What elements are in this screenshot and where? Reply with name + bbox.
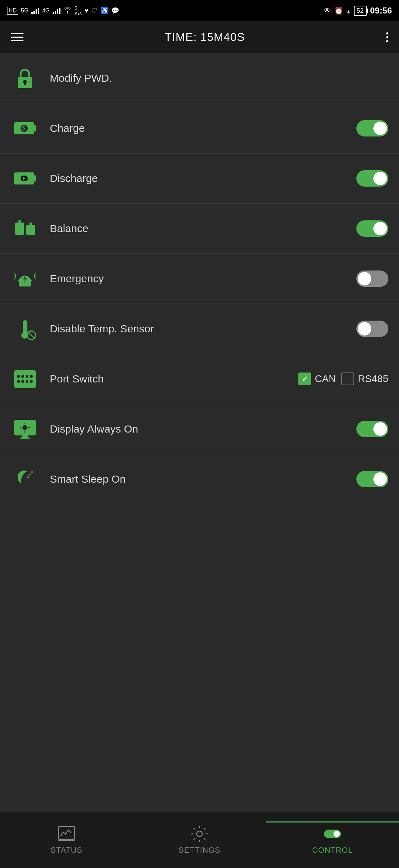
svg-point-22: [17, 375, 20, 378]
discharge-toggle[interactable]: [356, 170, 388, 187]
heart-icon: ♥: [85, 7, 89, 15]
app-bar-title: TIME: 15M40S: [165, 31, 245, 44]
svg-point-23: [21, 375, 24, 378]
4g-indicator: 4G: [42, 7, 49, 14]
balance-control: [356, 220, 388, 237]
svg-rect-32: [20, 438, 30, 439]
menu-item-modify-pwd[interactable]: Modify PWD.: [0, 53, 399, 103]
more-options-button[interactable]: [386, 32, 388, 42]
svg-point-24: [26, 375, 28, 378]
5g-indicator: 5G: [21, 7, 28, 14]
charge-toggle[interactable]: [356, 120, 388, 136]
svg-rect-14: [18, 220, 21, 223]
svg-text:z: z: [29, 472, 31, 476]
hamburger-menu-button[interactable]: [11, 33, 23, 41]
emergency-control: [356, 270, 388, 287]
wifi-icon: [63, 6, 72, 15]
modify-pwd-label: Modify PWD.: [50, 72, 388, 84]
hd-indicator: HD: [7, 7, 18, 15]
smart-sleep-on-label: Smart Sleep On: [50, 473, 356, 485]
menu-item-smart-sleep-on: z z z Smart Sleep On: [0, 454, 399, 504]
rs485-checkbox[interactable]: [341, 373, 354, 385]
data-speed: 0K/s: [75, 5, 82, 16]
port-switch-icon: [11, 365, 39, 393]
nav-item-control[interactable]: CONTROL: [266, 821, 399, 858]
settings-nav-label: SETTINGS: [179, 846, 220, 855]
temp-sensor-icon: [11, 315, 39, 343]
menu-item-emergency: Emergency: [0, 254, 399, 304]
emergency-label: Emergency: [50, 273, 356, 285]
port-switch-control: CAN RS485: [298, 373, 388, 385]
menu-list: Modify PWD. ⟳ $ Charge: [0, 53, 399, 504]
svg-rect-5: [34, 125, 36, 132]
smart-sleep-on-control: [356, 471, 388, 487]
charge-control: [356, 120, 388, 136]
can-checkbox[interactable]: [298, 373, 311, 385]
menu-item-balance: Balance: [0, 204, 399, 254]
svg-line-20: [28, 332, 34, 338]
svg-rect-3: [24, 82, 26, 85]
status-nav-label: STATUS: [50, 846, 83, 855]
svg-point-26: [17, 380, 20, 383]
nav-item-status[interactable]: STATUS: [0, 821, 133, 858]
display-always-on-control: [356, 421, 388, 437]
svg-point-25: [30, 375, 33, 378]
svg-point-45: [334, 830, 340, 837]
charge-icon: ⟳ $: [11, 114, 39, 143]
menu-item-display-always-on: Display Always On: [0, 404, 399, 454]
display-icon: [11, 415, 39, 443]
lock-icon: [11, 64, 39, 92]
menu-item-port-switch: Port Switch CAN RS485: [0, 354, 399, 404]
smart-sleep-on-toggle[interactable]: [356, 471, 388, 487]
discharge-label: Discharge: [50, 172, 356, 184]
menu-item-discharge: Discharge: [0, 154, 399, 204]
can-label: CAN: [315, 373, 336, 385]
disable-temp-sensor-control: [356, 321, 388, 337]
can-checkbox-item: CAN: [298, 373, 336, 385]
signal-bars: [31, 7, 39, 14]
status-bar-left: HD 5G 4G 0K/s ♥ 🛡 ♿ 💬: [7, 5, 119, 16]
control-nav-label: CONTROL: [312, 846, 353, 855]
svg-point-28: [26, 380, 28, 383]
display-always-on-toggle[interactable]: [356, 421, 388, 437]
gear-icon: [191, 825, 208, 843]
balance-label: Balance: [50, 223, 356, 235]
rs485-checkbox-item: RS485: [341, 373, 388, 385]
disable-temp-sensor-toggle[interactable]: [356, 321, 388, 337]
discharge-icon: [11, 164, 39, 193]
display-always-on-label: Display Always On: [50, 423, 356, 435]
sleep-icon: z z z: [11, 465, 39, 493]
balance-toggle[interactable]: [356, 220, 388, 237]
signal-bars-4g: [53, 7, 60, 14]
port-switch-label: Port Switch: [50, 373, 298, 385]
status-bar-right: 👁 ⏰ ⁎ 52 09:56: [324, 6, 392, 16]
charge-label: Charge: [50, 122, 356, 134]
chart-icon: [58, 825, 75, 843]
menu-item-charge: ⟳ $ Charge: [0, 103, 399, 154]
app-bar: TIME: 15M40S: [0, 21, 399, 53]
balance-icon: [11, 214, 39, 243]
accessibility-icon: ♿: [101, 7, 108, 15]
svg-point-0: [67, 12, 68, 14]
svg-text:$: $: [22, 125, 26, 132]
svg-point-27: [21, 380, 24, 383]
svg-point-33: [22, 425, 27, 430]
alarm-icon: ⏰: [334, 6, 343, 15]
svg-rect-10: [34, 175, 36, 182]
svg-point-43: [197, 831, 202, 837]
wechat-icon: 💬: [111, 7, 119, 15]
content-area: Modify PWD. ⟳ $ Charge: [0, 53, 399, 561]
eye-icon: 👁: [324, 7, 331, 15]
bluetooth-icon: ⁎: [347, 6, 350, 15]
svg-rect-15: [30, 223, 32, 225]
svg-point-29: [30, 380, 33, 383]
svg-text:z: z: [31, 470, 33, 473]
bottom-nav: STATUS SETTINGS CONTROL: [0, 811, 399, 868]
svg-rect-12: [15, 223, 24, 235]
emergency-toggle[interactable]: [356, 270, 388, 287]
nav-item-settings[interactable]: SETTINGS: [133, 821, 266, 858]
menu-item-disable-temp-sensor: Disable Temp. Sensor: [0, 304, 399, 354]
svg-rect-42: [58, 839, 75, 841]
svg-rect-16: [19, 281, 31, 286]
toggle-nav-icon: [324, 825, 341, 843]
